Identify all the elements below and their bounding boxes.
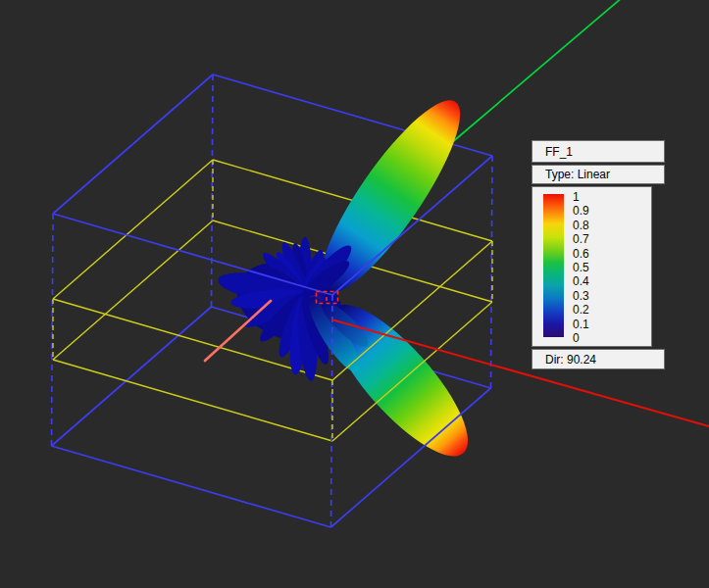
farfield-pattern bbox=[216, 84, 487, 474]
feed-line bbox=[205, 301, 271, 361]
legend-colorbar-box: 10.90.80.70.60.50.40.30.20.10 bbox=[532, 186, 652, 347]
colorbar-tick: 0.9 bbox=[573, 205, 612, 217]
legend-directivity-box: Dir: 90.24 bbox=[532, 349, 665, 369]
colorbar-tick: 0.8 bbox=[573, 220, 612, 231]
colorbar-tick: 0.4 bbox=[573, 275, 612, 287]
colorbar-tick: 0 bbox=[573, 332, 612, 344]
farfield-plot-window: FF_1 Type: Linear 10.90.80.70.60.50.40.3… bbox=[0, 0, 709, 588]
colorbar-tick: 0.2 bbox=[573, 304, 612, 316]
colorbar-tick: 1 bbox=[573, 191, 612, 203]
plot-type-label: Type: Linear bbox=[545, 169, 610, 180]
colorbar-tick: 0.5 bbox=[573, 262, 612, 273]
colorbar-tick: 0.7 bbox=[573, 233, 612, 245]
y-axis-line bbox=[450, 0, 623, 144]
legend-title-box: FF_1 bbox=[532, 140, 665, 163]
bounding-box-wireframe-front bbox=[53, 156, 492, 527]
legend-type-box: Type: Linear bbox=[532, 165, 665, 184]
colorbar-gradient bbox=[543, 194, 564, 337]
colorbar-tick: 0.1 bbox=[573, 318, 612, 330]
farfield-name-label: FF_1 bbox=[545, 146, 573, 158]
colorbar-tick: 0.6 bbox=[573, 248, 612, 260]
colorbar-tick: 0.3 bbox=[573, 290, 612, 302]
directivity-value-label: Dir: 90.24 bbox=[545, 354, 596, 366]
